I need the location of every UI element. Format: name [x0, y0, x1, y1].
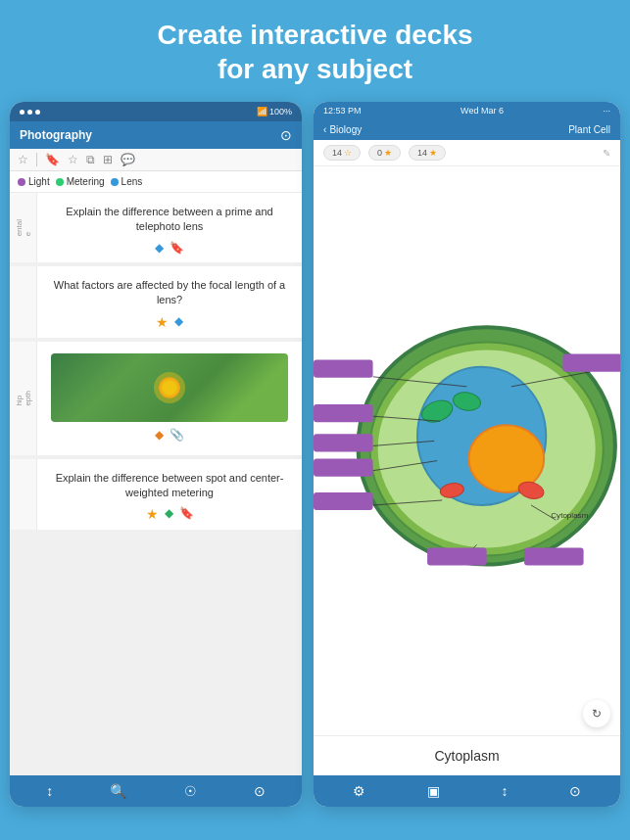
tag-light[interactable]: Light	[18, 176, 50, 187]
card-1[interactable]: entale Explain the difference between a …	[10, 193, 302, 262]
toolbar-bookmark-icon[interactable]: 🔖	[45, 153, 60, 166]
label-box-4	[314, 459, 373, 477]
edit-icon[interactable]: ✎	[603, 148, 610, 159]
toolbar-divider1	[36, 153, 37, 166]
score-star-filled-zero: ★	[384, 148, 392, 158]
toolbar-star-icon[interactable]: ☆	[18, 153, 28, 166]
wifi-icon: 📶 100%	[257, 107, 293, 117]
card-1-text: Explain the difference between a prime a…	[51, 205, 288, 235]
refresh-button[interactable]: ↻	[583, 700, 610, 727]
dot3	[35, 110, 40, 115]
red-bookmark-icon-4: 🔖	[179, 506, 194, 522]
orange-diamond-icon-3: ◆	[155, 428, 164, 442]
blue-diamond-icon-1: ◆	[155, 241, 164, 255]
score-star-filled-fourteen: ★	[429, 148, 437, 158]
card-2[interactable]: What factors are affected by the focal l…	[10, 266, 302, 338]
score-bar: 14 ☆ 0 ★ 14 ★ ✎	[314, 140, 620, 166]
label-box-right-top	[562, 354, 620, 372]
score-count-all: 14	[332, 148, 342, 158]
label-box-1	[314, 360, 373, 378]
back-chevron-icon: ‹	[323, 124, 326, 135]
label-box-3	[314, 434, 373, 451]
right-date: Wed Mar 6	[460, 106, 504, 116]
card-1-icons: ◆ 🔖	[51, 241, 288, 255]
cell-diagram: Cytoplasm ↻	[314, 166, 620, 735]
right-bottom-circle-icon[interactable]: ⊙	[569, 783, 581, 799]
paperclip-icon-3: 📎	[170, 428, 184, 442]
score-star-empty: ☆	[344, 148, 352, 158]
left-nav-icon[interactable]: ⊙	[280, 127, 292, 143]
card-4-icons: ★ ◆ 🔖	[51, 506, 288, 522]
card-1-content: Explain the difference between a prime a…	[51, 205, 288, 255]
left-toolbar: ☆ 🔖 ☆ ⧉ ⊞ 💬	[10, 149, 302, 171]
card-2-content: What factors are affected by the focal l…	[51, 278, 288, 330]
card-3[interactable]: hipepth ◆ 📎	[10, 342, 302, 455]
bottom-settings-icon[interactable]: ⊙	[254, 783, 266, 799]
tag-metering-label: Metering	[67, 176, 105, 187]
card-2-icons: ★ ◆	[51, 314, 288, 330]
tag-light-label: Light	[28, 176, 50, 187]
tag-metering[interactable]: Metering	[56, 176, 105, 187]
card-3-icons: ◆ 📎	[51, 428, 288, 442]
dot2	[27, 110, 32, 115]
bottom-circle-icon[interactable]: ☉	[184, 783, 197, 799]
right-card-text: Cytoplasm	[327, 748, 606, 764]
score-btn-zero[interactable]: 0 ★	[368, 145, 401, 161]
score-btn-all[interactable]: 14 ☆	[323, 145, 361, 161]
tags-bar: Light Metering Lens	[10, 171, 302, 193]
card-4-content: Explain the difference between spot and …	[51, 471, 288, 523]
card-4-stub	[10, 459, 37, 531]
tag-lens-label: Lens	[121, 176, 143, 187]
card-2-stub	[10, 266, 37, 338]
label-box-5	[314, 492, 373, 510]
status-dots	[20, 110, 40, 115]
score-count-zero: 0	[377, 148, 382, 158]
card-3-image	[51, 353, 288, 422]
yellow-star-icon-2: ★	[156, 314, 169, 330]
yellow-star-icon-4: ★	[146, 506, 159, 522]
blue-diamond-icon-2: ◆	[174, 314, 183, 330]
green-diamond-icon-4: ◆	[165, 506, 173, 522]
dot1	[20, 110, 24, 115]
right-dots: ···	[603, 106, 610, 116]
left-bottom-bar: ↕ 🔍 ☉ ⊙	[10, 775, 302, 807]
bottom-search-icon[interactable]: 🔍	[110, 783, 126, 799]
left-nav-title: Photography	[20, 128, 92, 142]
cytoplasm-text: Cytoplasm	[551, 511, 588, 520]
score-count-fourteen: 14	[417, 148, 427, 158]
left-status-bar: 📶 100%	[10, 102, 302, 121]
right-bottom-sort-icon[interactable]: ↕	[502, 783, 509, 799]
tag-dot-green	[56, 178, 64, 186]
right-bottom-bar: ⚙ ▣ ↕ ⊙	[314, 775, 620, 807]
right-nav-bar: ‹ Biology Plant Cell	[314, 119, 620, 140]
left-nav-bar: Photography ⊙	[10, 121, 302, 149]
cell-svg: Cytoplasm	[314, 166, 620, 735]
toolbar-speech-icon[interactable]: 💬	[121, 153, 135, 166]
card-4[interactable]: Explain the difference between spot and …	[10, 459, 302, 531]
card-4-text: Explain the difference between spot and …	[51, 471, 288, 501]
bottom-sort-icon[interactable]: ↕	[46, 783, 53, 799]
label-box-2	[314, 404, 373, 422]
label-box-bottom1	[427, 547, 487, 565]
right-bottom-grid-icon[interactable]: ▣	[427, 783, 440, 799]
screens-container: 📶 100% Photography ⊙ ☆ 🔖 ☆ ⧉ ⊞ 💬 Light M…	[0, 102, 630, 807]
card-2-text: What factors are affected by the focal l…	[51, 278, 288, 308]
back-label: Biology	[329, 124, 362, 135]
header-title: Create interactive decks for any subject	[29, 18, 601, 86]
header: Create interactive decks for any subject	[0, 0, 630, 102]
back-button[interactable]: ‹ Biology	[323, 124, 362, 135]
toolbar-grid-icon[interactable]: ⊞	[103, 153, 113, 166]
red-bookmark-icon-1: 🔖	[170, 241, 184, 255]
label-box-bottom2	[524, 547, 584, 565]
right-phone: 12:53 PM Wed Mar 6 ··· ‹ Biology Plant C…	[314, 102, 620, 807]
flower-image	[51, 353, 288, 422]
tag-lens[interactable]: Lens	[111, 176, 143, 187]
right-nav-title: Plant Cell	[568, 124, 610, 135]
right-bottom-settings-icon[interactable]: ⚙	[353, 783, 365, 799]
tag-dot-purple	[18, 178, 25, 186]
tag-dot-blue	[111, 178, 119, 186]
score-btn-fourteen[interactable]: 14 ★	[409, 145, 446, 161]
toolbar-star2-icon[interactable]: ☆	[68, 153, 78, 166]
toolbar-copy-icon[interactable]: ⧉	[86, 153, 95, 166]
left-phone: 📶 100% Photography ⊙ ☆ 🔖 ☆ ⧉ ⊞ 💬 Light M…	[10, 102, 302, 807]
